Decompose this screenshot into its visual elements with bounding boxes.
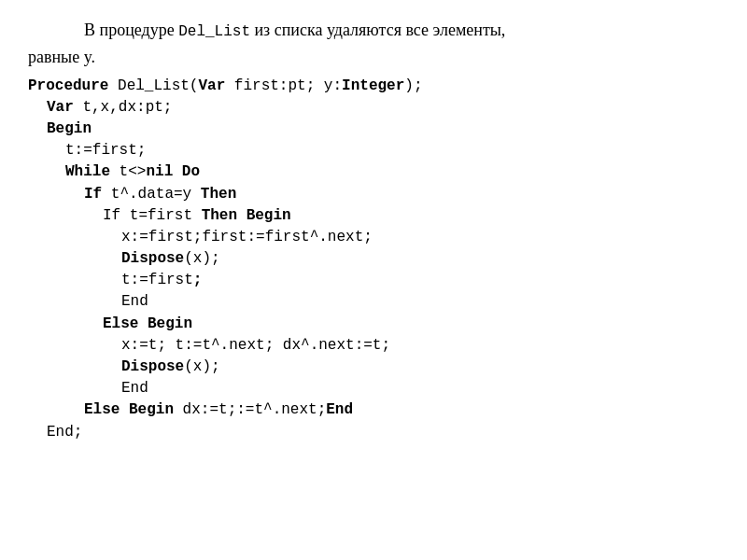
kw-var2: Var <box>47 99 74 116</box>
code-line-else-begin2: Else Begin dx:=t;:=t^.next;End <box>28 399 719 421</box>
kw-var: Var <box>198 77 225 94</box>
code-block: Procedure Del_List(Var first:pt; y:Integ… <box>28 76 719 443</box>
kw-else-begin: Else Begin <box>103 315 192 332</box>
kw-then-begin: Then Begin <box>202 207 291 224</box>
code-line-end3: End; <box>28 422 719 443</box>
code-line-dispose2: Dispose(x); <box>28 357 719 378</box>
intro-code-name: Del_List <box>178 23 250 40</box>
code-line-x-t: x:=t; t:=t^.next; dx^.next:=t; <box>28 335 719 357</box>
code-line-var: Var t,x,dx:pt; <box>28 97 719 119</box>
intro-text-prefix: В процедуре <box>84 21 178 39</box>
code-line-dispose1: Dispose(x); <box>28 248 719 270</box>
kw-nil: nil <box>146 163 173 180</box>
semicolon-bold: ; <box>193 272 203 288</box>
kw-do: Do <box>182 163 200 180</box>
intro-line2: равные y. <box>28 46 719 69</box>
code-line-while: While t<>nil Do <box>28 161 719 183</box>
intro-text-suffix: из списка удаляются все элементы, <box>250 21 505 39</box>
kw-integer: Integer <box>342 77 404 94</box>
kw-if1: If <box>84 186 102 203</box>
kw-then1: Then <box>201 186 236 203</box>
code-line-if2: If t=first Then Begin <box>28 205 719 227</box>
kw-dispose2: Dispose <box>121 358 184 375</box>
kw-dispose1: Dispose <box>121 250 184 267</box>
kw-if2: If <box>103 207 120 224</box>
code-line-t-first2: t:=first; <box>28 270 719 291</box>
kw-procedure: Procedure <box>28 77 108 94</box>
code-line-t-first: t:=first; <box>28 140 719 161</box>
code-line-end1: End <box>28 291 719 313</box>
page: В процедуре Del_List из списка удаляются… <box>0 0 747 560</box>
code-line-else-begin: Else Begin <box>28 314 719 335</box>
code-line-if1: If t^.data=y Then <box>28 184 719 205</box>
kw-begin1: Begin <box>47 120 92 137</box>
intro-paragraph: В процедуре Del_List из списка удаляются… <box>28 19 719 42</box>
kw-end-inline: End <box>326 401 353 418</box>
code-line-x-first: x:=first;first:=first^.next; <box>28 227 719 248</box>
code-line-proc: Procedure Del_List(Var first:pt; y:Integ… <box>28 76 719 97</box>
kw-while: While <box>65 163 110 180</box>
code-line-begin1: Begin <box>28 119 719 140</box>
kw-else-begin2: Else Begin <box>84 401 174 418</box>
code-line-end2: End <box>28 378 719 399</box>
